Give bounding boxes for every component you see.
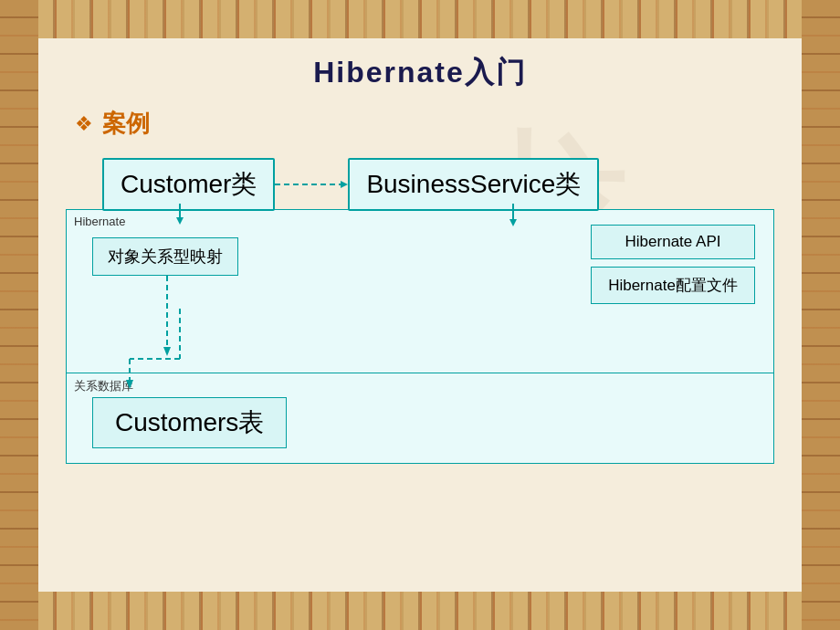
api-box: Hibernate API [591,225,755,259]
page-title: Hibernate入门 [66,53,774,93]
customers-box: Customers表 [92,397,287,448]
hibernate-box: Hibernate 对象关系型映射 Hibernate API Hibernat… [66,209,774,373]
orm-box: 对象关系型映射 [92,237,238,276]
svg-marker-3 [163,347,171,356]
diagram: Customer类 BusinessService类 Hibernate 对象关… [66,158,774,464]
hibernate-box-label: Hibernate [74,215,125,228]
top-boxes: Customer类 BusinessService类 [102,158,774,211]
main-content: 龙 Hibernate入门 ❖ 案例 Customer类 BusinessSer… [38,38,802,592]
config-label: Hibernate配置文件 [608,277,738,294]
border-bottom [0,592,840,630]
border-top [0,0,840,38]
section-text: 案例 [102,108,150,140]
svg-marker-1 [341,181,348,188]
section-label: ❖ 案例 [75,108,774,140]
customer-class-label: Customer类 [121,170,257,198]
config-box: Hibernate配置文件 [591,267,755,304]
h-arrow-svg [275,175,348,194]
right-boxes: Hibernate API Hibernate配置文件 [591,225,755,304]
api-label: Hibernate API [625,233,721,250]
db-box-label: 关系数据库 [74,378,133,394]
border-left [0,0,38,630]
business-service-class-label: BusinessService类 [366,170,581,198]
customer-class-box: Customer类 [102,158,275,211]
h-arrow-connector [275,175,348,194]
db-box: 关系数据库 Customers表 [66,373,774,464]
border-right [802,0,840,630]
orm-label: 对象关系型映射 [108,247,223,266]
business-service-class-box: BusinessService类 [348,158,599,211]
customers-table-label: Customers表 [115,408,264,436]
bullet-icon: ❖ [75,114,93,134]
